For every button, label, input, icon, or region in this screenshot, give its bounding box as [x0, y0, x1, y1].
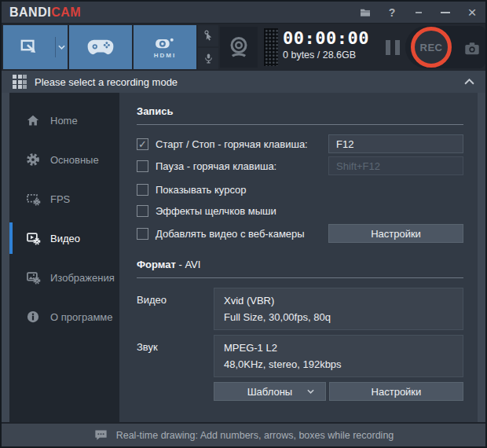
- small-minimize-icon: [416, 12, 422, 13]
- recording-timer: 00:00:00: [283, 29, 369, 48]
- sidebar-item-home[interactable]: Home: [9, 101, 119, 140]
- grid-icon: [13, 75, 27, 89]
- audio-details: 48,0KHz, stereo, 192kbps: [224, 358, 453, 370]
- video-format-label: Видео: [137, 288, 214, 330]
- templates-button[interactable]: Шаблоны: [214, 382, 326, 401]
- cursor-icon: [203, 30, 214, 42]
- selected-indicator: [9, 222, 13, 254]
- image-settings-icon: [25, 270, 41, 285]
- record-button[interactable]: REC: [411, 27, 452, 68]
- divider: [137, 277, 463, 278]
- click-effects-checkbox[interactable]: [137, 205, 148, 217]
- screen-recording-mode-button[interactable]: [3, 25, 68, 69]
- chevron-up-icon: [464, 79, 474, 85]
- webcam-settings-button[interactable]: Настройки: [328, 224, 463, 243]
- audio-level-meter: [264, 28, 278, 66]
- pause-hotkey-input[interactable]: [328, 156, 463, 175]
- pause-icon: [386, 40, 390, 55]
- format-section: Формат - AVI Видео Xvid (VBR) Full Size,…: [137, 259, 463, 401]
- chevron-down-icon: [307, 389, 314, 394]
- divider: [137, 124, 463, 125]
- format-title-suffix: - AVI: [176, 259, 201, 270]
- drawing-bubble-icon: [93, 428, 108, 442]
- open-folder-button[interactable]: [352, 2, 379, 23]
- game-recording-mode-button[interactable]: [69, 25, 132, 69]
- checkbox-label: Показывать курсор: [156, 184, 247, 196]
- pause-button[interactable]: [386, 40, 400, 55]
- video-codec: Xvid (VBR): [224, 295, 453, 307]
- microphone-icon: [203, 53, 214, 64]
- gear-icon: [25, 152, 41, 167]
- sidebar-item-label: О программе: [50, 311, 113, 323]
- pause-checkbox[interactable]: [137, 160, 148, 172]
- folder-icon: [359, 6, 372, 19]
- format-settings-button[interactable]: Настройки: [329, 382, 463, 401]
- home-icon: [25, 113, 41, 127]
- hdmi-label: HDMI: [154, 52, 176, 59]
- startstop-checkbox[interactable]: ✓: [137, 138, 148, 150]
- startstop-hotkey-input[interactable]: [328, 134, 463, 153]
- close-button[interactable]: ×: [459, 2, 485, 23]
- video-format-row: Видео Xvid (VBR) Full Size, 30,00fps, 80…: [137, 288, 463, 330]
- show-cursor-checkbox[interactable]: [137, 184, 148, 196]
- webcam-toggle[interactable]: [220, 27, 258, 68]
- screen-mode-dropdown[interactable]: [56, 45, 68, 50]
- minimize-button[interactable]: [432, 2, 459, 23]
- sidebar-item-label: Основные: [50, 154, 99, 166]
- mouse-cursor-toggle[interactable]: [198, 25, 218, 46]
- sidebar-item-about[interactable]: О программе: [9, 297, 119, 336]
- hotkey-startstop-row: ✓ Старт / Стоп - горячая клавиша:: [137, 134, 463, 153]
- minimize-tray-button[interactable]: [405, 2, 432, 23]
- app-logo: BANDICAM: [9, 6, 81, 20]
- templates-label: Шаблоны: [247, 386, 293, 398]
- recording-status: 00:00:00 0 bytes / 28.6GB: [283, 29, 369, 61]
- mode-select-text: Please select a recording mode: [35, 76, 178, 88]
- microphone-toggle[interactable]: [198, 48, 218, 69]
- sidebar-item-label: FPS: [50, 193, 70, 205]
- audio-format-box[interactable]: MPEG-1 L2 48,0KHz, stereo, 192kbps: [214, 335, 463, 377]
- recording-toolbar: HDMI 00:00:00 0 bytes / 28.6GB REC: [2, 24, 485, 71]
- info-icon: [25, 310, 41, 324]
- overlay-toggles: [198, 25, 218, 69]
- device-recording-mode-button[interactable]: HDMI: [134, 25, 196, 69]
- sidebar-item-video[interactable]: Видео: [9, 218, 119, 258]
- close-icon: ×: [467, 5, 476, 20]
- format-title-bold: Формат: [137, 259, 176, 270]
- checkbox-label: Старт / Стоп - горячая клавиша:: [156, 138, 308, 150]
- show-cursor-row: Показывать курсор: [137, 182, 463, 197]
- sidebar-item-general[interactable]: Основные: [9, 140, 119, 179]
- bandicam-window: BANDICAM ? × HDMI: [0, 0, 487, 448]
- content-area: Home Основные FPS Видео Изображения: [2, 93, 485, 422]
- record-section-title: Запись: [137, 105, 463, 117]
- webcam-overlay-row: Добавлять видео с веб-камеры Настройки: [137, 224, 463, 243]
- sidebar-item-images[interactable]: Изображения: [9, 258, 119, 297]
- audio-codec: MPEG-1 L2: [224, 342, 453, 354]
- click-effects-row: Эффекты щелчков мыши: [137, 203, 463, 218]
- gamepad-icon: [87, 38, 114, 57]
- camera-icon: [463, 40, 481, 57]
- webcam-icon: [227, 35, 251, 59]
- logo-text-white: BANDI: [9, 6, 51, 19]
- checkbox-label: Пауза - горячая клавиша:: [156, 160, 276, 172]
- sidebar-item-label: Видео: [50, 233, 80, 244]
- sidebar: Home Основные FPS Видео Изображения: [9, 93, 119, 422]
- hdmi-device-icon: [152, 35, 178, 51]
- sidebar-item-fps[interactable]: FPS: [9, 179, 119, 218]
- minimize-icon: [441, 12, 450, 13]
- checkbox-label: Добавлять видео с веб-камеры: [156, 228, 305, 240]
- settings-panel: Запись ✓ Старт / Стоп - горячая клавиша:…: [119, 93, 478, 422]
- video-format-box[interactable]: Xvid (VBR) Full Size, 30,00fps, 80q: [214, 288, 463, 330]
- status-bar: Real-time drawing: Add numbers, arrows, …: [2, 422, 485, 446]
- format-buttons: Шаблоны Настройки: [214, 382, 463, 401]
- collapse-button[interactable]: [464, 79, 474, 85]
- screen-recording-icon: [4, 37, 56, 57]
- help-button[interactable]: ?: [379, 2, 405, 23]
- status-text: Real-time drawing: Add numbers, arrows, …: [116, 430, 394, 441]
- rec-label: REC: [420, 42, 443, 53]
- checkbox-label: Эффекты щелчков мыши: [156, 205, 276, 217]
- hotkey-pause-row: Пауза - горячая клавиша:: [137, 156, 463, 175]
- screenshot-button[interactable]: [463, 40, 481, 57]
- audio-format-row: Звук MPEG-1 L2 48,0KHz, stereo, 192kbps: [137, 335, 463, 377]
- format-section-title: Формат - AVI: [137, 259, 463, 270]
- webcam-overlay-checkbox[interactable]: [137, 228, 148, 240]
